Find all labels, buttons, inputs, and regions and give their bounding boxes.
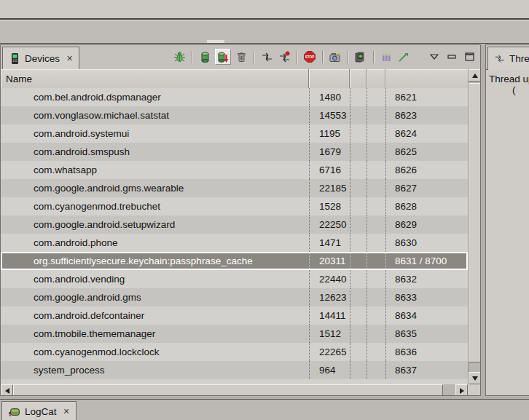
process-cell-4 xyxy=(367,361,385,379)
column-header-4[interactable] xyxy=(367,69,385,88)
horizontal-scrollbar-thumb[interactable] xyxy=(13,384,443,396)
column-header-3[interactable] xyxy=(350,69,367,88)
capture-systrace-icon[interactable] xyxy=(353,49,368,64)
dump-hprof-icon[interactable] xyxy=(215,49,231,65)
table-row[interactable]: com.android.vending 22440 8632 xyxy=(1,270,468,288)
close-icon[interactable]: ✕ xyxy=(63,408,70,416)
process-pid: 14553 xyxy=(309,106,350,124)
process-cell-3 xyxy=(350,124,367,143)
table-row[interactable]: com.google.android.setupwizard 22250 862… xyxy=(1,215,468,234)
process-cell-3 xyxy=(350,88,367,106)
threads-message: Thread up ( xyxy=(489,74,529,95)
menu-bar xyxy=(0,0,529,20)
start-method-profiling-icon[interactable] xyxy=(277,49,291,64)
scroll-left-button[interactable] xyxy=(1,384,13,396)
logcat-icon xyxy=(8,406,20,418)
phone-icon xyxy=(9,52,20,65)
table-row[interactable]: com.bel.android.dspmanager 1480 8621 xyxy=(1,88,468,106)
vertical-scrollbar-thumb[interactable] xyxy=(469,83,481,362)
sash-handle[interactable] xyxy=(207,40,224,43)
view-menu-icon[interactable] xyxy=(427,49,442,64)
menu-item[interactable] xyxy=(60,8,75,11)
maximize-icon[interactable] xyxy=(462,49,477,64)
process-name: system_process xyxy=(1,361,309,379)
tab-devices[interactable]: Devices ✕ xyxy=(2,47,79,70)
table-row[interactable]: com.cyanogenmod.lockclock 22265 8636 xyxy=(1,343,468,361)
table-row[interactable]: com.cyanogenmod.trebuchet 1528 8628 xyxy=(1,197,468,215)
process-cell-3 xyxy=(350,215,367,234)
table-header: Name xyxy=(1,69,468,90)
table-row[interactable]: com.google.android.gms 12623 8633 xyxy=(1,288,468,306)
process-cell-4 xyxy=(367,143,385,161)
threads-tabstrip: Threa xyxy=(486,45,529,70)
table-row[interactable]: com.google.android.gms.wearable 22185 86… xyxy=(1,179,468,197)
tracer-arrow-icon[interactable] xyxy=(396,49,411,64)
column-header-pid[interactable] xyxy=(309,69,350,88)
devices-panel: Devices ✕ xyxy=(0,44,481,396)
debug-process-icon[interactable] xyxy=(172,49,187,64)
table-row[interactable]: com.android.systemui 1195 8624 xyxy=(1,124,468,143)
update-threads-icon[interactable] xyxy=(259,49,274,64)
down-arrow-icon xyxy=(472,376,478,381)
process-pid: 22250 xyxy=(309,215,350,234)
column-header-port[interactable] xyxy=(385,69,468,88)
vertical-scrollbar[interactable] xyxy=(468,69,481,384)
screen-capture-icon[interactable]: ✦ xyxy=(328,49,342,64)
process-name: com.whatsapp xyxy=(1,161,309,179)
table-row[interactable]: com.android.phone 1471 8630 xyxy=(1,234,468,252)
table-row[interactable]: com.android.smspush 1679 8625 xyxy=(1,143,468,161)
process-cell-3 xyxy=(350,161,367,179)
process-port: 8631 / 8700 xyxy=(385,252,468,270)
stop-process-icon[interactable]: STOP xyxy=(302,49,317,64)
process-cell-3 xyxy=(350,306,367,325)
process-pid: 1679 xyxy=(309,143,350,161)
process-port: 8636 xyxy=(385,343,468,361)
table-row[interactable]: com.tmobile.thememanager 1512 8635 xyxy=(1,325,468,343)
table-row[interactable]: com.vonglasow.michael.satstat 14553 8623 xyxy=(1,106,468,124)
table-row[interactable]: com.whatsapp 6716 8626 xyxy=(1,161,468,179)
tab-logcat[interactable]: LogCat ✕ xyxy=(1,401,77,420)
menu-item[interactable] xyxy=(17,8,31,11)
opengl-trace-icon[interactable] xyxy=(379,49,393,64)
tab-logcat-label: LogCat xyxy=(25,406,57,417)
column-header-name[interactable]: Name xyxy=(1,69,309,88)
process-name: com.vonglasow.michael.satstat xyxy=(1,106,309,124)
update-heap-icon[interactable] xyxy=(197,49,212,64)
minimize-icon[interactable] xyxy=(444,49,459,64)
process-cell-3 xyxy=(350,288,367,306)
process-port: 8632 xyxy=(385,270,468,288)
tab-threads[interactable]: Threa xyxy=(487,47,529,70)
process-cell-4 xyxy=(367,106,385,124)
svg-text:✦: ✦ xyxy=(337,51,342,56)
close-icon[interactable]: ✕ xyxy=(66,55,73,63)
devices-toolbar: STOP ✦ xyxy=(172,49,477,65)
process-name: com.cyanogenmod.lockclock xyxy=(1,343,309,361)
scroll-up-button[interactable] xyxy=(469,69,481,82)
toolbar-separator xyxy=(192,51,192,63)
process-port: 8630 xyxy=(385,234,468,252)
menu-item[interactable] xyxy=(31,8,46,11)
cause-gc-trash-icon[interactable] xyxy=(234,49,248,64)
process-name: com.google.android.setupwizard xyxy=(1,215,309,234)
scroll-down-button[interactable] xyxy=(469,372,481,384)
process-cell-3 xyxy=(350,234,367,252)
process-cell-3 xyxy=(350,179,367,197)
table-row[interactable]: org.sufficientlysecure.keychain:passphra… xyxy=(1,252,468,270)
scroll-right-button[interactable] xyxy=(455,384,468,396)
menu-items xyxy=(2,8,75,11)
menu-item[interactable] xyxy=(2,8,17,11)
process-port: 8634 xyxy=(385,306,468,325)
table-row[interactable]: system_process 964 8637 xyxy=(1,361,468,379)
horizontal-scrollbar[interactable] xyxy=(1,384,468,396)
process-port: 8624 xyxy=(385,124,468,143)
process-cell-3 xyxy=(350,343,367,361)
menu-item[interactable] xyxy=(46,8,60,11)
process-cell-4 xyxy=(367,325,385,343)
process-port: 8635 xyxy=(385,325,468,343)
main-area: Devices ✕ xyxy=(0,44,529,396)
process-name: com.android.defcontainer xyxy=(1,306,309,325)
tab-threads-label: Threa xyxy=(509,53,529,64)
process-port: 8628 xyxy=(385,197,468,215)
process-port: 8627 xyxy=(385,179,468,197)
table-row[interactable]: com.android.defcontainer 14411 8634 xyxy=(1,306,468,325)
